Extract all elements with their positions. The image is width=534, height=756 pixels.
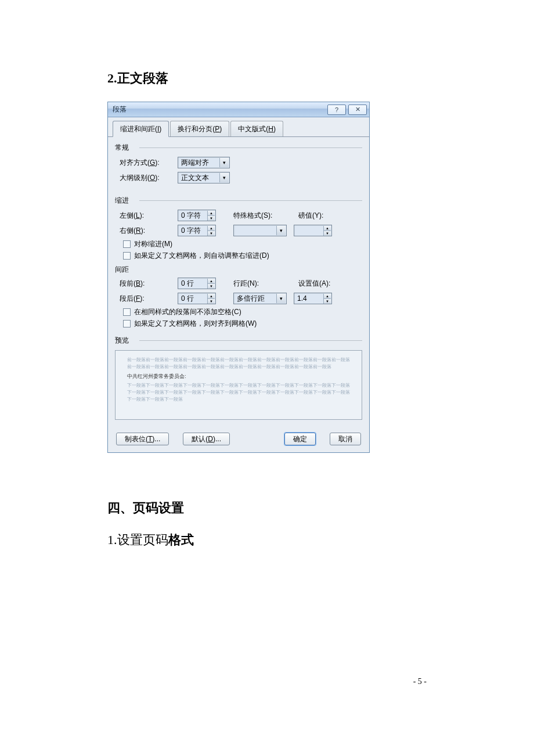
- tab-label: 换行和分页(: [178, 125, 215, 133]
- auto-adjust-indent-checkbox[interactable]: [123, 252, 131, 260]
- spin-up-icon[interactable]: ▲: [207, 211, 215, 216]
- preview-filler-top: 前一段落前一段落前一段落前一段落前一段落前一段落前一段落前一段落前一段落前一段落…: [127, 357, 350, 370]
- tab-asian-typography[interactable]: 中文版式(H): [230, 121, 283, 136]
- label-at-value: 设置值(A):: [298, 279, 339, 289]
- default-button[interactable]: 默认(D)...: [183, 433, 230, 445]
- no-space-same-style-checkbox[interactable]: [123, 308, 131, 316]
- label-by-value: 磅值(Y):: [298, 211, 339, 221]
- spin-down-icon[interactable]: ▼: [207, 231, 215, 236]
- page-number: - 5 -: [413, 677, 427, 686]
- tab-label-end: ): [219, 125, 222, 133]
- mirror-indents-label: 对称缩进(M): [134, 239, 172, 249]
- outline-value: 正文文本: [181, 173, 209, 183]
- heading-body-paragraph: 2.正文段落: [107, 70, 427, 87]
- help-icon: ?: [335, 106, 338, 113]
- chevron-down-icon: ▾: [219, 173, 229, 182]
- label-alignment: 对齐方式(G):: [120, 158, 178, 168]
- close-button[interactable]: ✕: [348, 105, 367, 115]
- spin-down-icon[interactable]: ▼: [323, 231, 331, 236]
- label-left-indent: 左侧(L):: [120, 211, 178, 221]
- spin-up-icon[interactable]: ▲: [207, 294, 215, 299]
- dialog-titlebar: 段落 ? ✕: [108, 102, 369, 117]
- help-button[interactable]: ?: [327, 105, 346, 115]
- chevron-down-icon: ▾: [276, 294, 286, 303]
- paragraph-dialog: 段落 ? ✕ 缩进和间距(I) 换行和分页(P) 中文版式(H) 常规: [107, 102, 370, 453]
- tab-hotkey: H: [268, 125, 273, 133]
- group-indent: 缩进: [115, 193, 362, 207]
- tab-label-end: ): [273, 125, 276, 133]
- label-right-indent: 右侧(R):: [120, 226, 178, 236]
- spin-up-icon[interactable]: ▲: [207, 279, 215, 284]
- spin-down-icon[interactable]: ▼: [323, 299, 331, 304]
- right-indent-spinner[interactable]: 0 字符 ▲▼: [178, 225, 216, 236]
- label-outline-level: 大纲级别(O):: [120, 173, 178, 183]
- snap-to-grid-checkbox[interactable]: [123, 320, 131, 327]
- label-space-after: 段后(F):: [120, 294, 178, 304]
- left-indent-value: 0 字符: [181, 211, 201, 221]
- by-value-spinner[interactable]: ▲▼: [294, 225, 332, 236]
- outline-select[interactable]: 正文文本 ▾: [178, 172, 230, 183]
- tab-panel: 常规 对齐方式(G): 两端对齐 ▾ 大纲级别(O): 正文文本 ▾: [108, 136, 369, 427]
- right-indent-value: 0 字符: [181, 226, 201, 236]
- alignment-value: 两端对齐: [181, 158, 209, 168]
- left-indent-spinner[interactable]: 0 字符 ▲▼: [178, 210, 216, 221]
- spin-down-icon[interactable]: ▼: [207, 299, 215, 304]
- space-before-value: 0 行: [181, 279, 194, 289]
- tabs-button[interactable]: 制表位(T)...: [116, 433, 169, 445]
- dialog-title: 段落: [113, 105, 326, 114]
- space-after-spinner[interactable]: 0 行 ▲▼: [178, 293, 216, 304]
- subheading-bold: 格式: [168, 532, 194, 547]
- dialog-tabs: 缩进和间距(I) 换行和分页(P) 中文版式(H): [108, 117, 369, 136]
- label-special-format: 特殊格式(S):: [233, 211, 291, 221]
- tab-label-end: ): [159, 125, 161, 133]
- cancel-button[interactable]: 取消: [330, 433, 361, 445]
- preview-box: 前一段落前一段落前一段落前一段落前一段落前一段落前一段落前一段落前一段落前一段落…: [115, 350, 362, 420]
- group-spacing: 间距: [115, 262, 362, 275]
- tab-line-page-breaks[interactable]: 换行和分页(P): [170, 121, 229, 136]
- spin-up-icon[interactable]: ▲: [207, 226, 215, 231]
- space-after-value: 0 行: [181, 294, 194, 304]
- at-value-spinner[interactable]: 1.4 ▲▼: [294, 293, 332, 304]
- auto-adjust-indent-label: 如果定义了文档网格，则自动调整右缩进(D): [134, 251, 269, 261]
- no-space-same-style-label: 在相同样式的段落间不添加空格(C): [134, 307, 241, 317]
- heading-page-number-setting: 四、页码设置: [107, 499, 427, 517]
- chevron-down-icon: ▾: [276, 226, 286, 235]
- label-line-spacing: 行距(N):: [233, 279, 291, 289]
- ok-button[interactable]: 确定: [284, 433, 316, 445]
- at-value: 1.4: [297, 294, 307, 303]
- group-preview: 预览: [115, 333, 362, 347]
- tab-label: 缩进和间距(: [120, 125, 157, 133]
- line-spacing-select[interactable]: 多倍行距 ▾: [233, 293, 287, 304]
- tab-indent-spacing[interactable]: 缩进和间距(I): [113, 121, 169, 137]
- alignment-select[interactable]: 两端对齐 ▾: [178, 157, 230, 168]
- label-space-before: 段前(B):: [120, 279, 178, 289]
- heading-text: 页码设置: [133, 501, 184, 515]
- spin-down-icon[interactable]: ▼: [207, 216, 215, 221]
- snap-to-grid-label: 如果定义了文档网格，则对齐到网格(W): [134, 319, 257, 329]
- line-spacing-value: 多倍行距: [237, 294, 265, 304]
- dialog-button-bar: 制表位(T)... 默认(D)... 确定 取消: [108, 427, 369, 452]
- preview-filler-bottom: 下一段落下一段落下一段落下一段落下一段落下一段落下一段落下一段落下一段落下一段落…: [127, 382, 350, 403]
- subheading-prefix: 1.: [107, 532, 117, 547]
- chevron-down-icon: ▾: [219, 158, 229, 167]
- spin-down-icon[interactable]: ▼: [207, 284, 215, 289]
- spin-up-icon[interactable]: ▲: [323, 226, 331, 231]
- space-before-spinner[interactable]: 0 行 ▲▼: [178, 278, 216, 289]
- subheading-normal: 设置页码: [117, 532, 168, 547]
- preview-sample-text: 中共红河州委常务委员会:: [127, 373, 350, 380]
- spin-up-icon[interactable]: ▲: [323, 294, 331, 299]
- mirror-indents-checkbox[interactable]: [123, 240, 131, 248]
- special-format-select[interactable]: ▾: [233, 225, 287, 236]
- group-general: 常规: [115, 141, 362, 154]
- heading-set-page-number-format: 1.设置页码格式: [107, 531, 427, 549]
- tab-label: 中文版式(: [238, 125, 268, 133]
- heading-prefix: 四、: [107, 501, 133, 515]
- close-icon: ✕: [355, 106, 360, 113]
